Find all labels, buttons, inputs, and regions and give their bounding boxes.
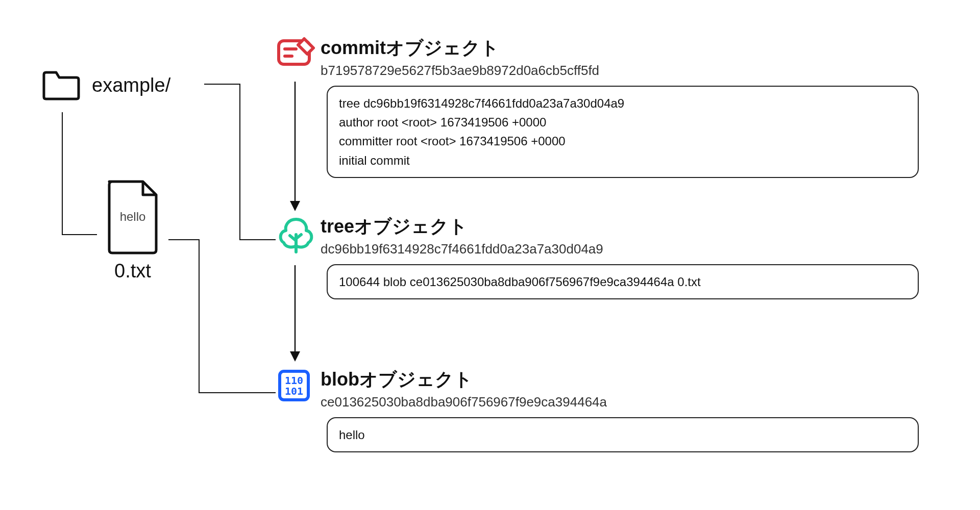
- commit-hash: b719578729e5627f5b3ae9b8972d0a6cb5cff5fd: [321, 63, 599, 79]
- commit-title: commitオブジェクト: [321, 36, 599, 61]
- tree-icon: [276, 248, 316, 257]
- file-label: 0.txt: [102, 260, 163, 282]
- file-content-text: hello: [102, 178, 163, 255]
- tree-title: treeオブジェクト: [321, 214, 603, 239]
- commit-body: tree dc96bb19f6314928c7f4661fdd0a23a7a30…: [327, 86, 919, 178]
- tree-hash: dc96bb19f6314928c7f4661fdd0a23a7a30d04a9: [321, 241, 603, 257]
- blob-object: 110 101 blobオブジェクト ce013625030ba8dba906f…: [327, 367, 919, 452]
- tree-object: treeオブジェクト dc96bb19f6314928c7f4661fdd0a2…: [327, 214, 919, 299]
- blob-hash: ce013625030ba8dba906f756967f9e9ca394464a: [321, 394, 607, 410]
- svg-text:101: 101: [285, 385, 303, 397]
- folder-row: example/: [41, 66, 170, 104]
- filesystem-panel: example/ hello 0.txt: [41, 66, 170, 104]
- blob-title: blobオブジェクト: [321, 367, 607, 392]
- file-block: hello 0.txt: [102, 178, 163, 282]
- tree-body: 100644 blob ce013625030ba8dba906f756967f…: [327, 264, 919, 299]
- folder-label: example/: [92, 74, 170, 96]
- blob-icon: 110 101: [276, 397, 312, 405]
- commit-object: commitオブジェクト b719578729e5627f5b3ae9b8972…: [327, 36, 919, 178]
- blob-body: hello: [327, 417, 919, 452]
- diagram-canvas: example/ hello 0.txt: [41, 20, 939, 490]
- folder-icon: [41, 66, 82, 104]
- commit-icon: [276, 61, 316, 70]
